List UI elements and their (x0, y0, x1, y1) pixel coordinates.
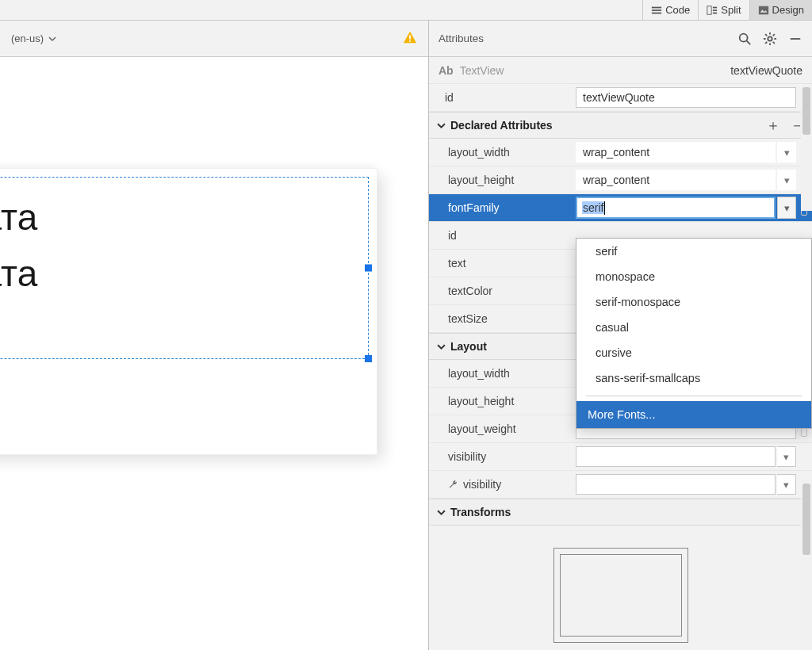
dropdown-arrow[interactable]: ▾ (777, 474, 796, 495)
split-icon (707, 5, 718, 16)
textview-quote-preview[interactable]: та цитата та цитата (0, 189, 37, 303)
chevron-down-icon (437, 121, 446, 130)
dropdown-arrow[interactable]: ▾ (777, 170, 796, 190)
add-attribute-button[interactable]: ＋ (766, 116, 780, 135)
code-icon (651, 5, 662, 16)
svg-rect-4 (713, 6, 717, 8)
layout-header-label: Layout (450, 340, 487, 353)
transforms-preview[interactable] (553, 548, 688, 643)
search-icon[interactable] (737, 32, 752, 46)
attr-label: id (429, 229, 576, 242)
font-option-cursive[interactable]: cursive (576, 340, 811, 365)
attr-row-visibility: visibility ▾ (429, 443, 812, 471)
svg-line-20 (773, 41, 775, 43)
view-mode-tabs: Code Split Design (0, 0, 812, 21)
wrench-icon (448, 480, 458, 490)
attr-label-id: id (429, 91, 576, 104)
dropdown-arrow[interactable]: ▾ (777, 446, 796, 467)
attr-label: layout_width (429, 146, 576, 159)
svg-rect-2 (652, 12, 661, 13)
selection-outline (0, 177, 369, 359)
section-declared-attributes[interactable]: Declared Attributes ＋ － (429, 112, 812, 139)
popup-separator (586, 396, 802, 396)
attr-label: layout_height (429, 395, 576, 407)
font-option-serif[interactable]: serif (576, 239, 811, 264)
font-option-more-fonts[interactable]: More Fonts... (576, 401, 811, 428)
chevron-down-icon (437, 342, 446, 351)
device-frame: та цитата та цитата (0, 169, 377, 454)
warning-icon[interactable] (403, 30, 417, 47)
layout-height-value[interactable]: wrap_content (576, 170, 776, 190)
layout-width-value[interactable]: wrap_content (576, 142, 776, 162)
locale-dropdown[interactable]: (en-us) (11, 32, 56, 44)
gear-icon[interactable] (763, 32, 777, 46)
view-tab-code-label: Code (665, 4, 690, 16)
selected-id-display: textViewQuote (730, 64, 802, 77)
dropdown-arrow[interactable]: ▾ (777, 142, 796, 162)
svg-rect-5 (713, 10, 717, 11)
svg-rect-7 (758, 6, 768, 14)
svg-rect-11 (409, 40, 411, 42)
font-option-serif-monospace[interactable]: serif-monospace (576, 289, 811, 315)
font-option-casual[interactable]: casual (576, 315, 811, 340)
svg-line-22 (773, 34, 775, 36)
svg-rect-10 (409, 35, 411, 39)
svg-rect-6 (713, 12, 717, 13)
fontfamily-popup: serif monospace serif-monospace casual c… (576, 238, 812, 429)
scrollbar-layout[interactable] (801, 480, 812, 650)
resize-handle-right[interactable] (365, 265, 372, 272)
svg-line-19 (765, 34, 767, 36)
id-input[interactable]: textViewQuote (576, 87, 796, 108)
svg-line-13 (747, 40, 751, 44)
attr-label: visibility (429, 450, 576, 463)
minimize-icon[interactable] (788, 32, 802, 46)
attr-label-tools-visibility: visibility (429, 478, 576, 491)
svg-rect-0 (652, 6, 661, 8)
text-caret (604, 201, 605, 215)
attr-label: layout_width (429, 367, 576, 380)
attributes-title: Attributes (439, 32, 484, 44)
view-tab-design-label: Design (772, 4, 804, 16)
chevron-down-icon (48, 35, 56, 43)
transforms-header-label: Transforms (450, 506, 511, 518)
scrollbar-thumb[interactable] (802, 87, 810, 135)
font-option-monospace[interactable]: monospace (576, 264, 811, 289)
selected-component-header: Ab TextView textViewQuote (429, 57, 812, 84)
fontfamily-input[interactable]: serif (576, 197, 776, 219)
attr-label: layout_weight (429, 422, 576, 435)
scrollbar-declared[interactable] (801, 84, 812, 211)
scrollbar-thumb[interactable] (802, 484, 810, 555)
attr-label: layout_height (429, 174, 576, 186)
tools-visibility-input[interactable] (576, 474, 776, 495)
svg-rect-1 (652, 10, 661, 11)
svg-point-14 (768, 36, 772, 40)
view-tab-code[interactable]: Code (642, 0, 698, 20)
section-transforms[interactable]: Transforms (429, 499, 812, 526)
design-surface[interactable]: та цитата та цитата (0, 57, 428, 650)
visibility-input[interactable] (576, 446, 776, 467)
svg-line-21 (765, 41, 767, 43)
design-icon (758, 5, 769, 16)
chevron-down-icon (437, 508, 446, 517)
attr-row-tools-visibility: visibility ▾ (429, 471, 812, 499)
attr-label: textSize (429, 312, 576, 325)
svg-rect-3 (707, 6, 711, 14)
fontfamily-value: serif (582, 201, 604, 214)
view-tab-split[interactable]: Split (698, 0, 749, 20)
fontfamily-dropdown-btn[interactable]: ▾ (777, 197, 796, 219)
view-tab-split-label: Split (721, 4, 741, 16)
attr-row-layout-width: layout_width wrap_content ▾ (429, 139, 812, 166)
locale-value: (en-us) (11, 32, 44, 44)
attr-label-fontfamily: fontFamily (429, 201, 576, 214)
attr-row-fontfamily: fontFamily serif ▾ (429, 194, 812, 222)
canvas-config-bar: (en-us) (0, 21, 428, 57)
attributes-panel-header: Attributes (429, 21, 812, 57)
ab-icon: Ab (439, 64, 454, 77)
resize-handle-br[interactable] (365, 355, 372, 362)
font-option-sans-serif-smallcaps[interactable]: sans-serif-smallcaps (576, 365, 811, 391)
svg-point-12 (740, 33, 748, 41)
attr-label: text (429, 257, 576, 270)
view-tab-design[interactable]: Design (749, 0, 812, 20)
attr-row-id-top: id textViewQuote (429, 84, 812, 112)
attr-row-layout-height: layout_height wrap_content ▾ (429, 166, 812, 194)
